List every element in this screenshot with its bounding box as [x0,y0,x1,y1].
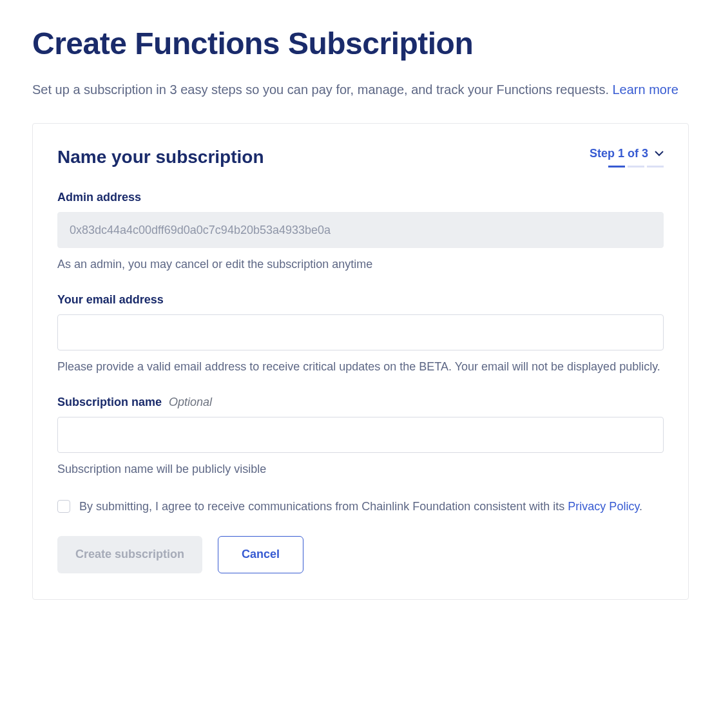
learn-more-link[interactable]: Learn more [613,82,678,97]
subtitle-text: Set up a subscription in 3 easy steps so… [32,82,613,97]
card-header: Name your subscription Step 1 of 3 [57,147,664,168]
progress-bar-1 [608,166,625,168]
subscription-name-label: Subscription name Optional [57,396,664,409]
consent-row: By submitting, I agree to receive commun… [57,498,664,515]
step-indicator[interactable]: Step 1 of 3 [590,147,664,168]
subscription-card: Name your subscription Step 1 of 3 Admin… [32,123,689,600]
admin-address-helper: As an admin, you may cancel or edit the … [57,256,664,274]
progress-bar-3 [647,166,664,168]
button-row: Create subscription Cancel [57,536,664,573]
subscription-name-group: Subscription name Optional Subscription … [57,396,664,479]
privacy-policy-link[interactable]: Privacy Policy [568,500,639,513]
page-subtitle: Set up a subscription in 3 easy steps so… [32,79,689,100]
page-title: Create Functions Subscription [32,26,689,61]
admin-address-label: Admin address [57,191,664,204]
step-text: Step 1 of 3 [590,147,648,160]
admin-address-group: Admin address As an admin, you may cance… [57,191,664,274]
consent-prefix: By submitting, I agree to receive commun… [79,500,568,513]
email-group: Your email address Please provide a vali… [57,293,664,376]
consent-checkbox[interactable] [57,500,70,513]
subscription-name-helper: Subscription name will be publicly visib… [57,461,664,479]
consent-suffix: . [639,500,642,513]
email-label: Your email address [57,293,664,307]
subscription-name-label-text: Subscription name [57,396,162,408]
chevron-down-icon [655,149,664,158]
admin-address-input [57,212,664,248]
cancel-button[interactable]: Cancel [218,536,303,573]
email-input[interactable] [57,314,664,350]
optional-badge: Optional [169,396,212,408]
section-title: Name your subscription [57,147,264,168]
consent-text: By submitting, I agree to receive commun… [79,498,642,515]
create-subscription-button[interactable]: Create subscription [57,536,202,573]
subscription-name-input[interactable] [57,417,664,453]
step-indicator-row[interactable]: Step 1 of 3 [590,147,664,160]
progress-bars [608,166,664,168]
progress-bar-2 [628,166,644,168]
email-helper: Please provide a valid email address to … [57,358,664,376]
